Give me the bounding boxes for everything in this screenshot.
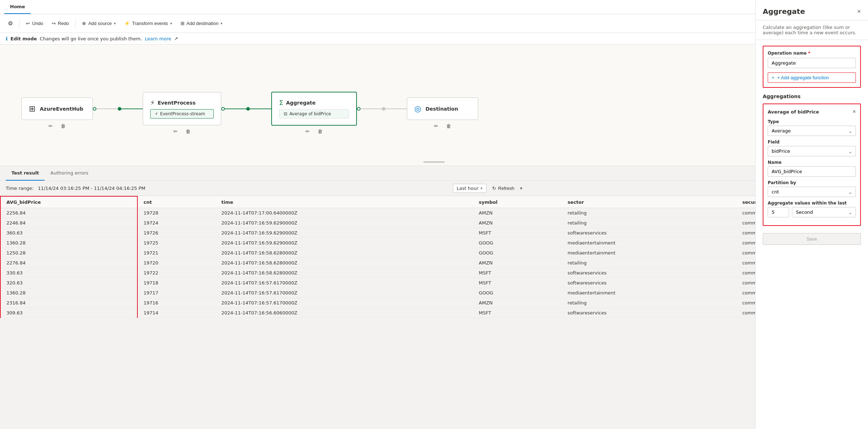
field-group: Field bidPrice — [768, 140, 856, 156]
undo-icon: ↩ — [26, 21, 30, 26]
panel-description: Calculate an aggregation (like sum or av… — [756, 20, 868, 40]
partition-by-group: Partition by cnt — [768, 180, 856, 197]
gear-icon: ⚙ — [8, 20, 13, 27]
table-cell-10-3: MSFT — [473, 308, 562, 318]
time-filter-value: Last hour — [457, 186, 479, 191]
within-inputs: Second — [768, 207, 856, 217]
aggregate-delete-button[interactable]: 🗑 — [315, 127, 326, 136]
info-icon: ℹ — [6, 36, 7, 41]
partition-select-wrapper: cnt — [768, 187, 856, 197]
right-panel: Aggregate × Calculate an aggregation (li… — [755, 0, 868, 429]
save-button[interactable]: Save — [763, 233, 861, 245]
tab-home[interactable]: Home — [4, 0, 31, 14]
gear-button[interactable]: ⚙ — [4, 18, 16, 29]
aggregation-card: Average of bidPrice × Type Average Field… — [763, 104, 861, 226]
table-cell-8-1: 19717 — [137, 288, 216, 298]
node-destination[interactable]: ◎ Destination ✏ 🗑 — [407, 97, 478, 120]
within-number-input[interactable] — [768, 207, 789, 217]
table-cell-3-1: 19725 — [137, 238, 216, 248]
name-input[interactable] — [768, 166, 856, 177]
azure-event-hub-label: AzureEventHub — [40, 106, 83, 112]
aggregate-sub-label: Average of bidPrice — [289, 111, 331, 116]
panel-title: Aggregate — [763, 7, 805, 16]
azure-edit-button[interactable]: ✏ — [46, 122, 56, 130]
operation-name-section: Operation name * + + Add aggregate funct… — [763, 46, 861, 88]
table-cell-9-3: AMZN — [473, 298, 562, 308]
edit-mode-label: Edit mode — [10, 36, 37, 41]
aggregations-title: Aggregations — [763, 94, 861, 99]
table-cell-3-4: mediaentertainment — [562, 238, 736, 248]
node-azure-event-hub[interactable]: ⊞ AzureEventHub ✏ 🗑 — [21, 97, 93, 120]
external-link-icon: ↗ — [174, 36, 178, 41]
table-header-row: AVG_bidPrice cnt time symbol sector secu… — [0, 196, 868, 208]
eventprocess-edit-button[interactable]: ✏ — [171, 127, 181, 136]
type-select[interactable]: Average — [768, 126, 856, 136]
avg-icon: ⊟ — [284, 111, 287, 116]
add-source-icon: ⊕ — [82, 21, 86, 26]
table-cell-6-3: MSFT — [473, 268, 562, 278]
add-source-button[interactable]: ⊕ Add source ▾ — [79, 19, 119, 28]
redo-icon: ↪ — [52, 21, 56, 26]
table-cell-2-0: 360.63 — [0, 228, 137, 238]
data-table-wrapper[interactable]: AVG_bidPrice cnt time symbol sector secu… — [0, 196, 868, 427]
col-header-time: time — [216, 196, 473, 208]
operation-name-input[interactable] — [768, 58, 856, 68]
redo-button[interactable]: ↪ Redo — [48, 19, 72, 28]
azure-delete-button[interactable]: 🗑 — [58, 122, 69, 130]
destination-delete-button[interactable]: 🗑 — [443, 122, 454, 130]
agg-card-close-button[interactable]: × — [853, 108, 856, 115]
table-cell-6-2: 2024-11-14T07:16:58.6280000Z — [216, 268, 473, 278]
table-cell-5-0: 2276.84 — [0, 258, 137, 268]
table-cell-5-1: 19720 — [137, 258, 216, 268]
destination-icon: ◎ — [414, 104, 421, 113]
aggregate-label: Aggregate — [286, 100, 316, 106]
canvas-area: ⊞ AzureEventHub ✏ 🗑 ⚡ EventProcess ⚡ — [0, 45, 868, 166]
field-select[interactable]: bidPrice — [768, 146, 856, 156]
field-label: Field — [768, 140, 856, 145]
expand-button[interactable]: ▾ — [520, 186, 523, 191]
info-bar: ℹ Edit mode Changes will go live once yo… — [0, 33, 868, 45]
info-message: Changes will go live once you publish th… — [40, 36, 142, 41]
node-event-process[interactable]: ⚡ EventProcess ⚡ EventProcess-stream ✏ 🗑 — [143, 92, 221, 125]
aggregate-icon: Σ — [279, 99, 283, 106]
col-header-symbol: symbol — [473, 196, 562, 208]
destination-label: Destination — [425, 106, 458, 112]
learn-more-link[interactable]: Learn more — [145, 36, 171, 41]
event-process-label: EventProcess — [158, 100, 196, 106]
transform-events-button[interactable]: ⚡ Transform events ▾ — [121, 19, 176, 28]
within-group: Aggregate values within the last Second — [768, 201, 856, 217]
toolbar: ⚙ ↩ Undo ↪ Redo ⊕ Add source ▾ ⚡ Transfo… — [0, 14, 868, 33]
table-cell-6-0: 330.63 — [0, 268, 137, 278]
refresh-button[interactable]: ↻ Refresh — [489, 184, 518, 192]
type-field-group: Type Average — [768, 119, 856, 136]
undo-button[interactable]: ↩ Undo — [22, 19, 47, 28]
tab-authoring-errors[interactable]: Authoring errors — [45, 166, 94, 181]
aggregate-edit-button[interactable]: ✏ — [303, 127, 313, 136]
table-cell-1-1: 19724 — [137, 218, 216, 228]
within-unit-select[interactable]: Second — [792, 207, 856, 217]
partition-by-label: Partition by — [768, 180, 856, 185]
table-row: 330.63197222024-11-14T07:16:58.6280000ZM… — [0, 268, 868, 278]
table-row: 2246.84197242024-11-14T07:16:59.6290000Z… — [0, 218, 868, 228]
panel-close-button[interactable]: × — [857, 8, 861, 15]
destination-edit-button[interactable]: ✏ — [431, 122, 441, 130]
operation-name-label: Operation name * — [768, 51, 856, 56]
table-cell-10-1: 19714 — [137, 308, 216, 318]
table-cell-7-1: 19718 — [137, 278, 216, 288]
time-range-label: Time range: — [6, 186, 34, 191]
table-cell-5-3: AMZN — [473, 258, 562, 268]
time-filter-select[interactable]: Last hour ▾ — [453, 184, 486, 193]
partition-select[interactable]: cnt — [768, 187, 856, 197]
tab-test-result[interactable]: Test result — [6, 166, 45, 181]
add-destination-button[interactable]: ⊞ Add destination ▾ — [177, 19, 226, 28]
col-header-cnt: cnt — [137, 196, 216, 208]
col-header-avg-bid-price: AVG_bidPrice — [0, 196, 137, 208]
node-aggregate[interactable]: Σ Aggregate ⊟ Average of bidPrice ✏ 🗑 — [271, 92, 357, 126]
table-cell-1-3: AMZN — [473, 218, 562, 228]
table-cell-8-4: mediaentertainment — [562, 288, 736, 298]
table-cell-0-2: 2024-11-14T07:17:00.6400000Z — [216, 208, 473, 218]
eventprocess-delete-button[interactable]: 🗑 — [183, 127, 193, 136]
add-aggregate-function-button[interactable]: + + Add aggregate function — [768, 72, 856, 83]
time-select-area: Last hour ▾ ↻ Refresh ▾ — [453, 184, 523, 193]
refresh-icon: ↻ — [492, 186, 496, 191]
